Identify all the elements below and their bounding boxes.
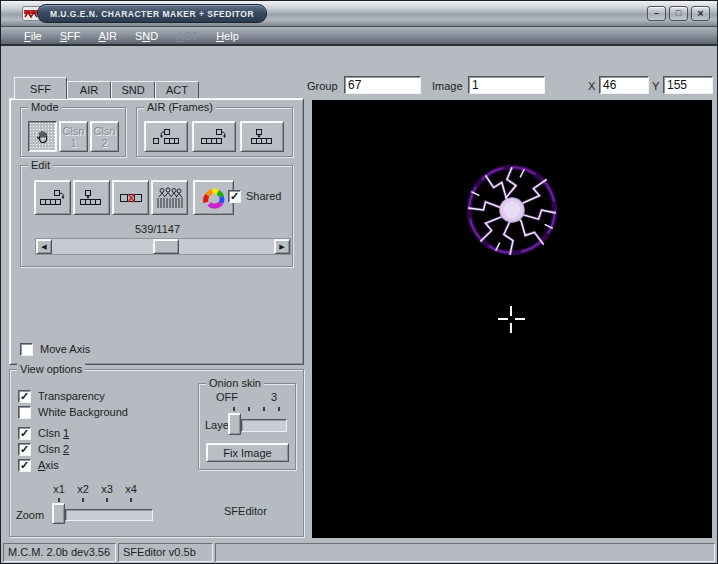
minimize-button[interactable]: –: [647, 6, 666, 21]
shared-checkbox[interactable]: ✓: [228, 190, 241, 203]
air-insert-frame-before-button[interactable]: [144, 121, 188, 152]
onion-off-label: OFF: [216, 391, 238, 403]
group-field[interactable]: [344, 76, 421, 94]
shared-label: Shared: [246, 190, 281, 202]
close-button[interactable]: ×: [691, 6, 710, 21]
tab-air[interactable]: AIR: [67, 81, 111, 99]
axis-crosshair-icon: [510, 323, 512, 333]
menu-air[interactable]: AIR: [90, 30, 126, 42]
onion-tick: [263, 407, 265, 411]
fix-image-button[interactable]: Fix Image: [206, 443, 289, 462]
zoom-tick: [130, 498, 132, 502]
clsn1-checkbox[interactable]: ✓: [18, 427, 31, 440]
axis-checkbox[interactable]: ✓: [18, 459, 31, 472]
air-replace-frame-button[interactable]: [240, 121, 284, 152]
app-window: M.U.G.E.N. CHARACTER MAKER + SFEDITOR – …: [0, 0, 718, 564]
zoom-tick: [82, 498, 84, 502]
title-bar: M.U.G.E.N. CHARACTER MAKER + SFEDITOR – …: [1, 1, 717, 27]
x-field[interactable]: [599, 76, 649, 94]
zoom-tick-label-x3: x3: [94, 483, 120, 495]
view-options-title: View options: [17, 362, 85, 377]
onion-max-label: 3: [271, 391, 277, 403]
group-field-label: Group: [307, 80, 338, 92]
zoom-label: Zoom: [16, 509, 44, 521]
check-icon: ✓: [230, 191, 239, 202]
status-mcm-version: M.C.M. 2.0b dev3.56: [3, 543, 116, 562]
sprite-insert-icon: [78, 189, 106, 207]
clsn2-label: Clsn 2: [38, 443, 69, 455]
image-field[interactable]: [468, 76, 545, 94]
sprite-add-after-button[interactable]: [34, 180, 71, 215]
transparency-checkbox[interactable]: ✓: [18, 390, 31, 403]
tab-sff[interactable]: SFF: [14, 77, 67, 99]
window-title: M.U.G.E.N. CHARACTER MAKER + SFEDITOR: [37, 4, 267, 23]
maximize-button[interactable]: □: [669, 6, 688, 21]
sprite-canvas[interactable]: [312, 100, 712, 538]
clsn1-label: Clsn 1: [38, 427, 69, 439]
zoom-tick-label-x2: x2: [70, 483, 96, 495]
air-frames-group: AIR (Frames): [136, 107, 293, 157]
sprite-counter: 539/1147: [21, 223, 294, 235]
crowd-icon: [156, 187, 184, 209]
menu-sff[interactable]: SFF: [51, 30, 90, 42]
menu-bar: File SFF AIR SND ACT Help: [1, 27, 717, 46]
onion-layers-slider-track[interactable]: [241, 419, 287, 432]
onion-tick: [278, 407, 280, 411]
sfeditor-label: SFEditor: [224, 505, 267, 517]
frame-add-after-icon: [200, 128, 228, 146]
y-field[interactable]: [663, 76, 713, 94]
sprite-insert-button[interactable]: [73, 180, 110, 215]
zoom-slider-thumb[interactable]: [52, 503, 65, 524]
onion-tick: [248, 407, 250, 411]
status-bar: M.C.M. 2.0b dev3.56 SFEditor v0.5b: [1, 542, 717, 563]
air-add-frame-after-button[interactable]: [192, 121, 236, 152]
white-background-checkbox[interactable]: [18, 406, 31, 419]
sprite-delete-button[interactable]: [112, 180, 149, 215]
menu-file[interactable]: File: [15, 30, 51, 42]
menu-act: ACT: [167, 30, 207, 42]
mode-group-title: Mode: [28, 100, 62, 115]
onion-skin-group: Onion skin OFF 3 Layers Fix Image: [198, 383, 296, 470]
axis-crosshair-icon: [498, 318, 508, 320]
clsn2-mode-button: Clsn2: [90, 121, 119, 152]
sprite-add-after-icon: [39, 189, 67, 207]
clsn2-checkbox[interactable]: ✓: [18, 443, 31, 456]
scroll-right-button[interactable]: ▶: [274, 239, 290, 254]
zoom-slider-track[interactable]: [65, 509, 153, 521]
image-field-label: Image: [432, 80, 463, 92]
zoom-tick: [58, 498, 60, 502]
check-icon: ✓: [20, 460, 29, 471]
air-frames-group-title: AIR (Frames): [144, 100, 216, 115]
sprite-list-all-button[interactable]: [151, 180, 188, 215]
x-field-label: X: [588, 80, 595, 92]
frame-insert-before-icon: [152, 128, 180, 146]
axis-crosshair-icon: [510, 306, 512, 316]
y-field-label: Y: [652, 80, 659, 92]
check-icon: ✓: [20, 444, 29, 455]
sprite-scrollbar[interactable]: ◀ ▶: [35, 238, 291, 255]
status-empty-panel: [215, 543, 715, 562]
onion-skin-title: Onion skin: [206, 376, 264, 391]
menu-snd[interactable]: SND: [126, 30, 167, 42]
mode-group: Mode Clsn1 Clsn2: [20, 107, 126, 157]
window-title-text: M.U.G.E.N. CHARACTER MAKER + SFEDITOR: [50, 9, 254, 19]
tab-act[interactable]: ACT: [155, 81, 199, 99]
scrollbar-thumb[interactable]: [153, 239, 179, 254]
sprite-image: [459, 157, 565, 263]
sff-tab-panel: Mode Clsn1 Clsn2: [9, 98, 304, 365]
white-background-label: White Background: [38, 406, 128, 418]
view-options-group: View options ✓ Transparency White Backgr…: [9, 369, 304, 537]
check-icon: ✓: [20, 428, 29, 439]
onion-layers-slider-thumb[interactable]: [228, 413, 241, 435]
status-sfeditor-version: SFEditor v0.5b: [118, 543, 213, 562]
move-axis-checkbox[interactable]: [20, 343, 33, 356]
tab-snd[interactable]: SND: [111, 81, 155, 99]
clsn1-mode-button: Clsn1: [59, 121, 88, 152]
axis-label: Axis: [38, 459, 59, 471]
zoom-tick: [106, 498, 108, 502]
menu-help[interactable]: Help: [207, 30, 248, 42]
zoom-tick-label-x4: x4: [118, 483, 144, 495]
scroll-left-button[interactable]: ◀: [36, 239, 52, 254]
hand-pan-button[interactable]: [28, 121, 57, 152]
move-axis-label: Move Axis: [40, 343, 90, 355]
